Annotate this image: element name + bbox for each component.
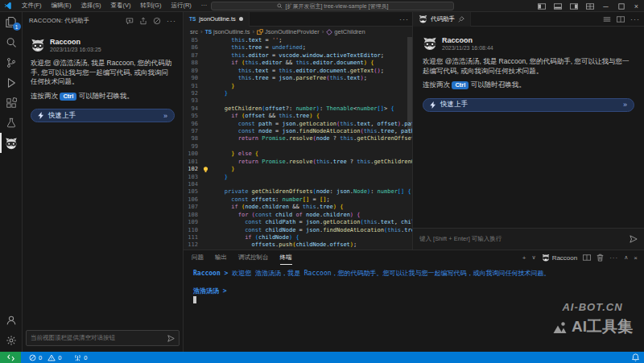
settings-button[interactable] — [0, 330, 23, 350]
code-line-107[interactable]: 107 if (node.children && this.tree) { — [184, 204, 412, 211]
tab-jsonoutline[interactable]: TS jsonOutline.ts — [184, 12, 250, 27]
bell-icon[interactable] — [632, 353, 639, 361]
menu-item-3[interactable]: 查看(V) — [106, 0, 136, 11]
code-line-102[interactable]: 102 } — [184, 166, 412, 173]
menu-item-5[interactable]: 运行(R) — [166, 0, 196, 11]
code-line-112[interactable]: 112 offsets.push(childNode.offset); — [184, 241, 412, 249]
assistant-chat-input[interactable]: 键入 [Shift + Enter] 可输入换行 — [413, 228, 644, 250]
pin-icon[interactable] — [458, 16, 464, 23]
layout-sidebar-right-icon[interactable] — [566, 3, 582, 10]
maximize-button[interactable] — [613, 0, 629, 12]
breadcrumb-class[interactable]: JsonOutlineProvider — [257, 28, 320, 35]
activity-run-debug[interactable] — [0, 72, 23, 93]
line-number: 90 — [184, 75, 201, 82]
activity-testing[interactable] — [0, 113, 23, 133]
layout-panel-icon[interactable] — [550, 3, 566, 10]
layout-customize-icon[interactable] — [582, 3, 598, 10]
code-line-100[interactable]: 100 } else { — [184, 151, 412, 158]
code-line-97[interactable]: 97 const node = json.findNodeAtLocation(… — [184, 128, 412, 135]
layout-list-icon[interactable] — [603, 16, 611, 23]
quick-start-button[interactable]: 快速上手 » — [31, 109, 175, 122]
raccoon-avatar — [423, 36, 437, 51]
code-line-104[interactable]: 104 — [184, 181, 412, 188]
code-line-96[interactable]: 96 const path = json.getLocation(this.te… — [184, 121, 412, 128]
account-button[interactable] — [0, 310, 23, 330]
panel-tab-0[interactable]: 问题 — [192, 250, 204, 265]
lightbulb-icon[interactable] — [202, 166, 209, 173]
code-line-108[interactable]: 108 for (const child of node.children) { — [184, 212, 412, 219]
code-line-91[interactable]: 91 } — [184, 83, 412, 90]
send-icon[interactable] — [630, 235, 638, 243]
code-line-87[interactable]: 87 this.editor = vscode.window.activeTex… — [184, 52, 412, 60]
terminal-selector[interactable]: Raccoon — [542, 254, 578, 262]
line-number: 99 — [184, 143, 201, 151]
explorer-badge: 1 — [13, 23, 21, 31]
maximize-panel-icon[interactable]: ∧ — [624, 254, 628, 261]
code-line-94[interactable]: 94 getChildren(offset?: number): Thenabl… — [184, 105, 412, 113]
more-actions-icon[interactable]: ··· — [167, 17, 176, 25]
more-actions-icon[interactable]: ··· — [630, 15, 640, 23]
code-line-90[interactable]: 90 this.tree = json.parseTree(this.text)… — [184, 75, 412, 82]
remote-indicator[interactable] — [0, 352, 21, 363]
code-line-101[interactable]: 101 return Promise.resolve(this.tree ? t… — [184, 159, 412, 166]
panel-tab-2[interactable]: 调试控制台 — [238, 250, 269, 265]
split-editor-icon[interactable] — [617, 16, 625, 23]
activity-search[interactable] — [0, 32, 23, 52]
minimize-button[interactable]: ─ — [598, 0, 613, 12]
line-number: 97 — [184, 128, 201, 135]
problems-status[interactable]: 0 0 — [29, 354, 61, 361]
modified-dot-icon[interactable] — [239, 17, 243, 21]
command-center-search[interactable]: [扩展开发宿主] tree-view-sample [管理员] — [211, 2, 454, 10]
activity-explorer[interactable]: 1 — [0, 12, 23, 32]
trash-icon[interactable] — [597, 254, 604, 262]
menu-item-1[interactable]: 编辑(E) — [47, 0, 76, 11]
tab-code-assistant[interactable]: 代码助手 — [413, 12, 471, 27]
quick-start-button[interactable]: 快速上手 » — [423, 98, 634, 112]
more-actions-icon[interactable]: ··· — [609, 254, 618, 262]
panel-tab-3[interactable]: 终端 — [280, 250, 292, 265]
sidebar-chat-input[interactable]: 当前视图顶栏提供清空对话按钮 — [26, 330, 180, 346]
activity-extensions[interactable] — [0, 93, 23, 113]
close-button[interactable]: × — [629, 0, 644, 12]
chevron-down-icon[interactable]: ∨ — [532, 254, 536, 261]
code-line-109[interactable]: 109 const childPath = json.getLocation(t… — [184, 219, 412, 226]
new-terminal-icon[interactable]: + — [522, 254, 526, 262]
close-panel-icon[interactable]: × — [634, 254, 638, 262]
activity-source-control[interactable] — [0, 52, 23, 72]
ports-status[interactable]: 0 — [74, 354, 87, 361]
menu-item-0[interactable]: 文件(F) — [17, 0, 47, 11]
code-line-89[interactable]: 89 this.text = this.editor.document.getT… — [184, 68, 412, 75]
code-line-98[interactable]: 98 return Promise.resolve(node ? this.ge… — [184, 135, 412, 142]
code-line-111[interactable]: 111 if (childNode) { — [184, 234, 412, 241]
new-chat-icon[interactable] — [126, 17, 134, 25]
export-icon[interactable] — [139, 17, 147, 25]
code-line-110[interactable]: 110 const childNode = json.findNodeAtLoc… — [184, 227, 412, 234]
send-icon[interactable] — [167, 335, 175, 342]
status-bar: 0 0 0 — [0, 352, 644, 363]
breadcrumb-src[interactable]: src — [190, 28, 198, 35]
layout-sidebar-left-icon[interactable] — [534, 3, 550, 10]
code-line-93[interactable]: 93 — [184, 97, 412, 105]
menu-more[interactable]: ··· — [196, 0, 213, 11]
code-line-105[interactable]: 105 private getChildrenOffsets(node: jso… — [184, 188, 412, 196]
editor-more-actions-icon[interactable]: ··· — [399, 15, 409, 23]
activity-raccoon[interactable] — [0, 133, 23, 153]
code-editor[interactable]: 85 this.text = '';86 this.tree = undefin… — [184, 37, 412, 250]
panel-tab-1[interactable]: 输出 — [215, 250, 227, 265]
line-number: 88 — [184, 60, 201, 67]
breadcrumb-method[interactable]: getChildren — [326, 28, 365, 35]
code-line-86[interactable]: 86 this.tree = undefined; — [184, 44, 412, 52]
code-line-88[interactable]: 88 if (this.editor && this.editor.docume… — [184, 60, 412, 67]
code-line-99[interactable]: 99 — [184, 143, 412, 151]
breadcrumb-file[interactable]: TSjsonOutline.ts — [205, 28, 250, 35]
menu-item-2[interactable]: 选择(S) — [76, 0, 106, 11]
code-line-92[interactable]: 92 } — [184, 90, 412, 97]
line-number: 102 — [184, 166, 201, 173]
code-line-106[interactable]: 106 const offsets: number[] = []; — [184, 196, 412, 204]
code-line-85[interactable]: 85 this.text = ''; — [184, 37, 412, 44]
code-line-103[interactable]: 103 } — [184, 174, 412, 181]
menu-item-4[interactable]: 转到(G) — [136, 0, 167, 11]
split-terminal-icon[interactable] — [583, 254, 591, 261]
settings-circle-icon[interactable] — [153, 17, 161, 25]
code-line-95[interactable]: 95 if (offset && this.tree) { — [184, 113, 412, 120]
